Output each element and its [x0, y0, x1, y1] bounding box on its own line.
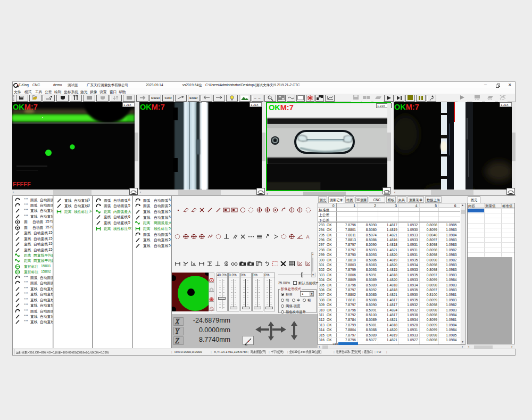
svg-text:FFFFF: FFFFF: [13, 181, 31, 187]
svg-text:A: A: [306, 234, 309, 239]
svg-text:Z: Z: [175, 337, 179, 344]
svg-text:X: X: [174, 318, 180, 325]
svg-text:Y: Y: [175, 327, 180, 335]
